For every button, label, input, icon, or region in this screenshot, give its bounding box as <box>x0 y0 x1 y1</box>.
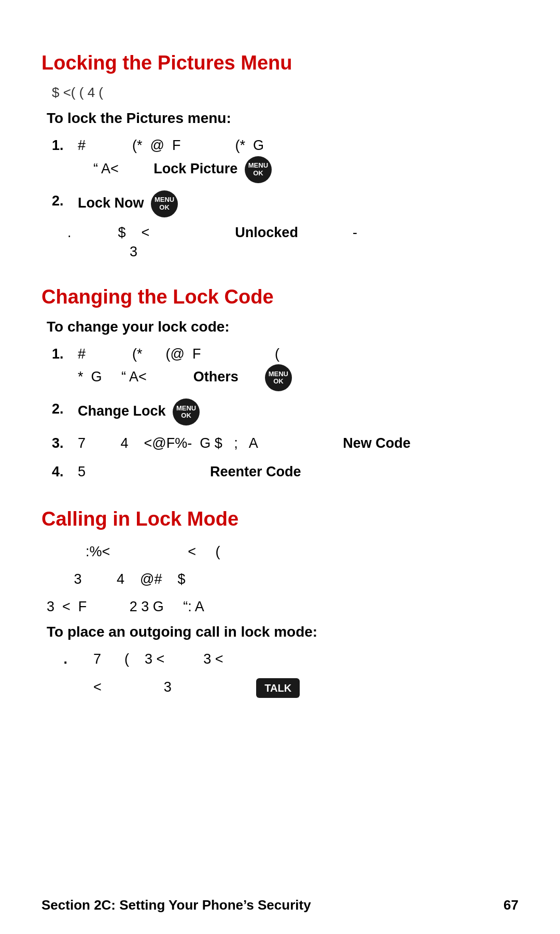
instruction-lock-pictures: To lock the Pictures menu: <box>41 110 519 127</box>
section-locking-pictures: Locking the Pictures Menu $ <( ( 4 ( To … <box>41 52 519 260</box>
menu-ok-badge-1: MENUOK <box>245 156 272 183</box>
step-1-line2: “ A< Lock Picture MENUOK <box>78 156 519 183</box>
step-3-change-lock: 3. 7 4 <@F%- G $ ; A New Code <box>52 433 519 454</box>
page-content: Locking the Pictures Menu $ <( ( 4 ( To … <box>0 0 560 757</box>
body-line3: 3 < F 2 3 G “: A <box>41 596 519 618</box>
change-step-num-3: 3. <box>52 433 78 454</box>
step-2-change-lock: 2. Change Lock MENUOK <box>52 399 519 425</box>
step-2-label: Lock Now <box>78 195 144 211</box>
lock-mode-step-cont <box>52 677 78 698</box>
heading-locking-pictures: Locking the Pictures Menu <box>41 52 519 74</box>
step-1-line1: # (* @ F (* G <box>78 135 519 156</box>
step-1-content: # (* @ F (* G “ A< Lock Picture MENUOK <box>78 135 519 183</box>
lock-mode-step-dot-content: 7 ( 3 < 3 < <box>78 649 519 670</box>
step-2-lock-pictures: 2. Lock Now MENUOK <box>52 190 519 217</box>
step-num-1: 1. <box>52 135 78 156</box>
menu-ok-badge-4: MENUOK <box>173 399 200 425</box>
instruction-lock-mode-call: To place an outgoing call in lock mode: <box>41 624 519 640</box>
change-lock-label: Change Lock <box>78 403 166 419</box>
menu-ok-badge-2: MENUOK <box>151 190 178 217</box>
section-calling-lock-mode: Calling in Lock Mode :%< < ( 3 4 @# $ 3 … <box>41 508 519 698</box>
step-1-lock-pictures: 1. # (* @ F (* G “ A< Lock Picture MENUO… <box>52 135 519 183</box>
instruction-change-lock: To change your lock code: <box>41 319 519 335</box>
lock-mode-step-dot: . <box>52 649 78 670</box>
step-cont-lock-mode: < 3 TALK <box>52 677 519 698</box>
steps-lock-mode: . 7 ( 3 < 3 < < 3 TALK <box>41 649 519 698</box>
steps-change-lock: 1. # (* (@ F ( * G “ A< Others MENUOK 2.… <box>41 344 519 483</box>
change-step-num-2: 2. <box>52 399 78 420</box>
change-step-1-content: # (* (@ F ( * G “ A< Others MENUOK <box>78 344 519 392</box>
step-2-content: Lock Now MENUOK <box>78 190 519 217</box>
step-1-change-lock: 1. # (* (@ F ( * G “ A< Others MENUOK <box>52 344 519 392</box>
step-4-change-lock: 4. 5 Reenter Code <box>52 461 519 483</box>
footer-left: Section 2C: Setting Your Phone’s Securit… <box>41 897 311 913</box>
change-step-2-content: Change Lock MENUOK <box>78 399 519 425</box>
change-step-num-1: 1. <box>52 344 78 365</box>
change-step-1-line2: * G “ A< Others MENUOK <box>78 364 519 391</box>
section-changing-lock-code: Changing the Lock Code To change your lo… <box>41 286 519 483</box>
change-step-3-content: 7 4 <@F%- G $ ; A New Code <box>78 433 519 454</box>
intro-line-1: $ <( ( 4 ( <box>41 85 519 101</box>
page-footer: Section 2C: Setting Your Phone’s Securit… <box>41 897 519 913</box>
change-step-1-line1: # (* (@ F ( <box>78 344 519 365</box>
footer-right: 67 <box>503 897 519 913</box>
talk-badge: TALK <box>256 678 300 698</box>
menu-ok-badge-3: MENUOK <box>265 364 292 391</box>
body-line1: :%< < ( <box>41 541 519 563</box>
change-step-4-content: 5 Reenter Code <box>78 461 519 483</box>
heading-calling-lock-mode: Calling in Lock Mode <box>41 508 519 530</box>
step-num-2: 2. <box>52 190 78 212</box>
body-line2: 3 4 @# $ <box>41 568 519 590</box>
heading-changing-lock-code: Changing the Lock Code <box>41 286 519 308</box>
lock-mode-step-cont-content: < 3 TALK <box>78 677 519 698</box>
note-line: . $ < Unlocked - <box>41 225 519 241</box>
change-step-num-4: 4. <box>52 461 78 483</box>
steps-lock-pictures: 1. # (* @ F (* G “ A< Lock Picture MENUO… <box>41 135 519 217</box>
note-sub: 3 <box>41 244 519 260</box>
step-dot-lock-mode: . 7 ( 3 < 3 < <box>52 649 519 670</box>
